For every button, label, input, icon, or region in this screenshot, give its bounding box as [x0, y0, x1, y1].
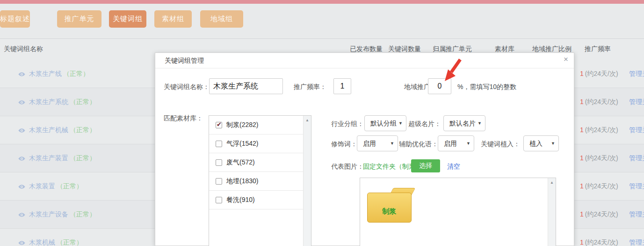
- modifier-select[interactable]: 启用: [357, 135, 398, 151]
- eye-icon[interactable]: [18, 184, 26, 190]
- manage-keywords-link[interactable]: 管理关键词: [629, 154, 644, 163]
- col-header-frequency: 推广频率: [585, 45, 611, 53]
- dialog-title: 关键词组管理: [155, 53, 574, 68]
- status-label: （正常）: [57, 239, 83, 246]
- frequency-cell: 1(约24天/次): [580, 98, 618, 106]
- checkbox[interactable]: [216, 159, 222, 166]
- rep-image-label: 代表图片：: [331, 163, 364, 171]
- material-option[interactable]: 制浆(2282): [209, 116, 303, 134]
- material-option-label: 气浮(1542): [226, 140, 258, 148]
- material-option-label: 废气(572): [226, 158, 255, 167]
- keyword-group-link[interactable]: 木浆装置（正常）: [29, 182, 83, 191]
- keyword-group-dialog: 关键词组管理 × 关键词组名称： 推广频率： 地域推广比例： %，需填写10的整…: [155, 52, 574, 246]
- keyword-group-link[interactable]: 木浆生产系统（正常）: [29, 98, 96, 106]
- frequency-cell: 1(约24天/次): [580, 210, 618, 219]
- nav-tab[interactable]: 素材组: [154, 10, 192, 28]
- material-option[interactable]: 餐洗(910): [209, 191, 303, 209]
- nav-tab[interactable]: 关键词组: [109, 10, 146, 28]
- keyword-group-link[interactable]: 木浆生产设备（正常）: [29, 210, 96, 219]
- keyword-group-link[interactable]: 木浆生产装置（正常）: [29, 154, 96, 163]
- frequency-input[interactable]: [333, 78, 351, 94]
- frequency-cell: 1(约24天/次): [580, 182, 618, 191]
- status-label: （正常）: [70, 98, 96, 105]
- nav-tab[interactable]: 地域组: [200, 10, 243, 28]
- status-label: （正常）: [70, 210, 96, 218]
- top-accent-strip: [0, 0, 644, 4]
- eye-icon[interactable]: [18, 99, 26, 105]
- aux-phrase-select[interactable]: 启用: [438, 135, 474, 151]
- nav-tab[interactable]: 标题叙述: [0, 10, 30, 28]
- scroll-up-icon[interactable]: ▲: [548, 178, 556, 185]
- manage-keywords-link[interactable]: 管理关键词: [629, 70, 644, 78]
- material-listbox: 制浆(2282) 气浮(1542) 废气(572) 地埋(183: [209, 115, 311, 246]
- frequency-cell: 1(约24天/次): [580, 70, 618, 78]
- keyword-group-link[interactable]: 木浆机械（正常）: [29, 239, 83, 246]
- manage-keywords-link[interactable]: 管理关键词: [629, 182, 644, 191]
- group-name-input[interactable]: [209, 78, 283, 94]
- keyword-implant-select[interactable]: 植入: [523, 135, 559, 151]
- frequency-label: 推广频率：: [294, 83, 326, 91]
- eye-icon[interactable]: [18, 212, 26, 218]
- material-option[interactable]: 地埋(1830): [209, 172, 303, 191]
- material-lib-label: 匹配素材库：: [164, 114, 203, 123]
- eye-icon[interactable]: [18, 127, 26, 134]
- material-option[interactable]: 废气(572): [209, 153, 303, 172]
- keyword-group-link[interactable]: 木浆生产线（正常）: [29, 70, 89, 78]
- checkbox[interactable]: [216, 122, 222, 128]
- scrollbar[interactable]: ▲: [548, 178, 556, 246]
- material-option-label: 制浆(2282): [226, 121, 258, 129]
- scrollbar[interactable]: ▲: [303, 116, 311, 246]
- frequency-cell: 1(约24天/次): [580, 126, 618, 134]
- manage-keywords-link[interactable]: 管理关键词: [629, 126, 644, 134]
- manage-keywords-link[interactable]: 管理关键词: [629, 210, 644, 219]
- aux-phrase-label: 辅助优化语：: [399, 140, 438, 149]
- frequency-cell: 1(约24天/次): [580, 154, 618, 163]
- manage-keywords-link[interactable]: 管理关键词: [629, 239, 644, 246]
- app-window: 推广单元 关键词组 素材组 地域组 标题叙述 关键词组名称 已发布数量 关键词数…: [0, 0, 644, 246]
- material-option-label: 餐洗(910): [226, 196, 255, 204]
- status-label: （正常）: [63, 70, 89, 77]
- eye-icon[interactable]: [18, 156, 26, 162]
- folder-name: 制浆: [367, 207, 412, 216]
- industry-group-select[interactable]: 默认分组: [364, 115, 406, 131]
- toolbar: 推广单元 关键词组 素材组 地域组 标题叙述: [0, 4, 644, 39]
- region-ratio-hint: %，需填写10的整数: [457, 83, 516, 91]
- close-icon[interactable]: ×: [564, 55, 568, 63]
- super-card-label: 超级名片：: [408, 120, 441, 128]
- status-label: （正常）: [57, 182, 83, 190]
- folder-icon[interactable]: 制浆: [367, 188, 412, 223]
- scroll-up-icon[interactable]: ▲: [304, 116, 311, 122]
- red-pointer-arrow-icon: [441, 58, 462, 83]
- modifier-label: 修饰词：: [331, 140, 357, 149]
- industry-group-label: 行业分组：: [331, 120, 364, 128]
- checkbox[interactable]: [216, 178, 222, 185]
- keyword-implant-label: 关键词植入：: [481, 140, 520, 149]
- select-button[interactable]: 选择: [411, 159, 440, 172]
- material-option-label: 地埋(1830): [226, 177, 258, 186]
- frequency-cell: 1(约24天/次): [580, 239, 618, 246]
- status-label: （正常）: [70, 126, 96, 134]
- status-label: （正常）: [70, 154, 96, 162]
- checkbox[interactable]: [216, 141, 222, 147]
- eye-icon[interactable]: [18, 240, 26, 246]
- eye-icon[interactable]: [18, 71, 26, 77]
- checkbox[interactable]: [216, 197, 222, 203]
- nav-tab[interactable]: 推广单元: [57, 10, 101, 28]
- material-option[interactable]: 气浮(1542): [209, 134, 303, 153]
- folder-picker-panel: 制浆 ▲: [360, 178, 556, 246]
- col-header-keyword-group: 关键词组名称: [4, 45, 43, 53]
- super-card-select[interactable]: 默认名片: [443, 115, 485, 131]
- clear-link[interactable]: 清空: [447, 163, 460, 171]
- name-label: 关键词组名称：: [164, 83, 210, 91]
- keyword-group-link[interactable]: 木浆生产机械（正常）: [29, 126, 96, 134]
- manage-keywords-link[interactable]: 管理关键词: [629, 98, 644, 106]
